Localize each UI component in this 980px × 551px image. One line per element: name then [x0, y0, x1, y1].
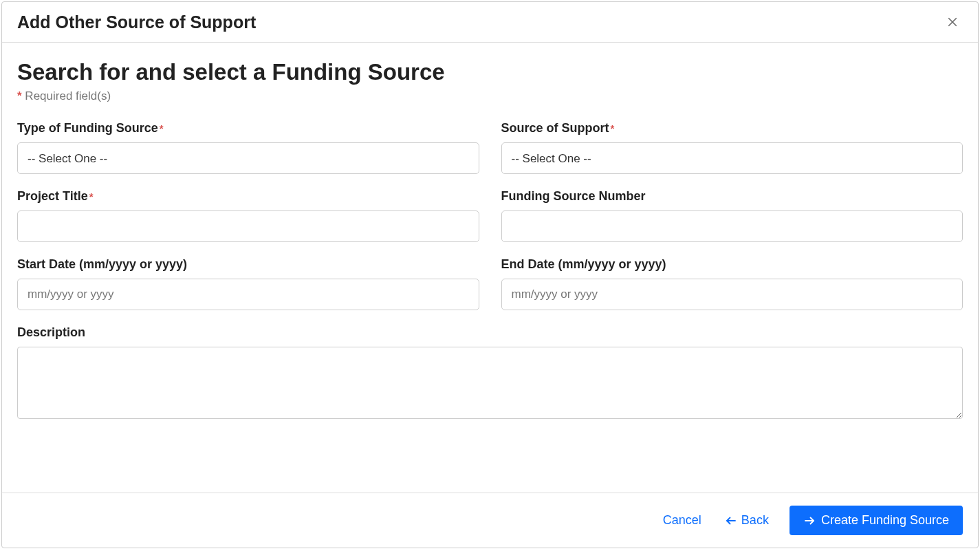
input-start-date[interactable]	[17, 279, 479, 310]
label-project-title: Project Title*	[17, 189, 479, 204]
input-end-date[interactable]	[501, 279, 963, 310]
form-grid: Type of Funding Source* -- Select One --…	[17, 121, 963, 419]
field-start-date: Start Date (mm/yyyy or yyyy)	[17, 257, 479, 310]
label-end-date: End Date (mm/yyyy or yyyy)	[501, 257, 963, 272]
required-fields-text: Required field(s)	[25, 89, 111, 102]
select-type-of-funding-source[interactable]: -- Select One --	[17, 142, 479, 174]
field-source-of-support: Source of Support* -- Select One --	[501, 121, 963, 174]
required-asterisk-icon: *	[89, 191, 94, 202]
label-source-of-support: Source of Support*	[501, 121, 963, 136]
close-icon	[946, 16, 959, 28]
create-funding-source-button[interactable]: Create Funding Source	[790, 506, 963, 535]
arrow-right-icon	[803, 515, 816, 527]
back-button[interactable]: Back	[722, 509, 772, 532]
field-type-of-funding-source: Type of Funding Source* -- Select One --	[17, 121, 479, 174]
required-fields-note: * Required field(s)	[17, 89, 963, 103]
section-heading: Search for and select a Funding Source	[17, 59, 963, 85]
field-funding-source-number: Funding Source Number	[501, 189, 963, 242]
close-button[interactable]	[942, 12, 963, 32]
field-end-date: End Date (mm/yyyy or yyyy)	[501, 257, 963, 310]
cancel-button[interactable]: Cancel	[660, 509, 704, 532]
field-project-title: Project Title*	[17, 189, 479, 242]
required-asterisk-icon: *	[160, 122, 164, 134]
required-asterisk-icon: *	[611, 122, 615, 134]
modal-dialog: Add Other Source of Support Search for a…	[1, 1, 979, 548]
input-project-title[interactable]	[17, 210, 479, 242]
label-start-date: Start Date (mm/yyyy or yyyy)	[17, 257, 479, 272]
modal-header: Add Other Source of Support	[2, 2, 978, 43]
input-funding-source-number[interactable]	[501, 210, 963, 242]
label-description: Description	[17, 325, 963, 340]
modal-footer: Cancel Back Create Funding Source	[2, 493, 978, 548]
asterisk-icon: *	[17, 89, 22, 102]
select-source-of-support[interactable]: -- Select One --	[501, 142, 963, 174]
modal-title: Add Other Source of Support	[17, 12, 256, 32]
field-description: Description	[17, 325, 963, 419]
label-type-of-funding-source: Type of Funding Source*	[17, 121, 479, 136]
textarea-description[interactable]	[17, 347, 963, 419]
arrow-left-icon	[725, 515, 737, 527]
modal-body: Search for and select a Funding Source *…	[2, 43, 978, 493]
label-funding-source-number: Funding Source Number	[501, 189, 963, 204]
